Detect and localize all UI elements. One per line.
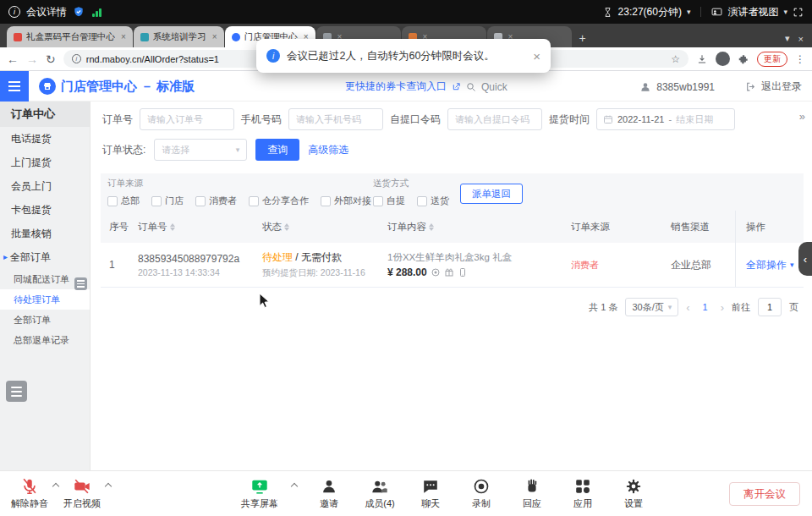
col-status[interactable]: 状态 xyxy=(262,221,387,233)
download-icon[interactable] xyxy=(696,53,708,65)
sidebar-item-all-orders[interactable]: 全部订单 xyxy=(0,310,90,330)
sidebar-item-hq-return-records[interactable]: 总部退单记录 xyxy=(0,330,90,350)
sidebar-item-phone-pickup[interactable]: 电话提货 xyxy=(0,127,90,151)
forward-icon[interactable]: → xyxy=(26,53,38,65)
sidebar-item-pending-orders[interactable]: 待处理订单 xyxy=(0,289,90,310)
order-no-input[interactable] xyxy=(140,108,234,130)
phone-input[interactable] xyxy=(288,108,383,130)
checkbox-box xyxy=(195,196,206,206)
share-screen-button[interactable]: 共享屏幕 xyxy=(239,477,281,510)
gear-icon xyxy=(624,477,643,496)
mouse-cursor xyxy=(259,293,270,309)
advanced-filter-link[interactable]: 高级筛选 xyxy=(308,143,348,157)
share-options-caret-icon[interactable] xyxy=(289,477,299,489)
tab-close-icon[interactable]: × xyxy=(121,32,126,41)
members-button[interactable]: 成员(4) xyxy=(359,477,401,510)
sidebar-item-batch-verify[interactable]: 批量核销 xyxy=(0,222,90,245)
chevron-down-icon: ▾ xyxy=(790,261,794,269)
checkbox-external[interactable]: 外部对接 xyxy=(321,195,371,207)
checkbox-delivery[interactable]: 送货 xyxy=(417,195,449,207)
view-caret-icon[interactable]: ▾ xyxy=(783,8,787,16)
fullscreen-icon[interactable] xyxy=(793,7,804,18)
table-row[interactable]: 1 83859345088979792a 2023-11-13 14:33:34… xyxy=(101,243,804,288)
dispatch-return-button[interactable]: 派单退回 xyxy=(460,184,523,204)
col-order-no[interactable]: 订单号 xyxy=(138,221,262,233)
side-panel-handle[interactable]: ‹ xyxy=(798,242,812,276)
annotation-toolbar-icon[interactable] xyxy=(6,381,27,402)
goto-page-input[interactable] xyxy=(758,298,782,316)
invite-button[interactable]: 邀请 xyxy=(308,477,350,510)
collapse-filters-icon[interactable]: » xyxy=(799,110,805,123)
expand-triangle-icon: ▸ xyxy=(3,245,8,269)
site-info-icon[interactable]: i xyxy=(72,54,81,63)
reactions-button[interactable]: 回应 xyxy=(511,477,553,510)
window-close-icon[interactable]: × xyxy=(798,34,804,44)
sort-icon[interactable] xyxy=(170,223,175,231)
coupon-query-link[interactable]: 更快捷的券卡查询入口 xyxy=(345,80,447,94)
video-options-caret-icon[interactable] xyxy=(103,477,113,489)
browser-tab-2[interactable]: 系统培训学习 × xyxy=(134,26,224,47)
page-size-value: 30条/页 xyxy=(632,301,663,314)
sidebar-item-door-pickup[interactable]: 上门提货 xyxy=(0,151,90,174)
view-mode-label[interactable]: 演讲者视图 xyxy=(727,5,778,19)
screen-share-icon xyxy=(250,477,269,496)
sidebar-group-all-orders[interactable]: ▸ 全部订单 xyxy=(0,245,90,269)
leave-meeting-button[interactable]: 离开会议 xyxy=(729,482,800,506)
chat-button[interactable]: 聊天 xyxy=(409,477,452,510)
start-video-button[interactable]: 开启视频 xyxy=(61,477,103,510)
sort-icon[interactable] xyxy=(429,223,434,231)
checkbox-store[interactable]: 门店 xyxy=(151,195,184,207)
meeting-info-icon[interactable]: i xyxy=(8,6,20,18)
record-button[interactable]: 录制 xyxy=(460,477,502,510)
toast-close-icon[interactable]: × xyxy=(533,49,540,63)
timer-caret-icon[interactable]: ▾ xyxy=(687,8,691,16)
meeting-details-label[interactable]: 会议详情 xyxy=(26,5,67,19)
col-content[interactable]: 订单内容 xyxy=(387,221,571,233)
browser-tab-1[interactable]: 礼盒票码平台管理中心 × xyxy=(7,26,133,47)
tab-search-caret-icon[interactable]: ▾ xyxy=(785,33,790,44)
sidebar-item-member-visit[interactable]: 会员上门 xyxy=(0,174,90,198)
extensions-puzzle-icon[interactable] xyxy=(738,53,749,65)
logout-button[interactable]: 退出登录 xyxy=(761,80,802,94)
pickup-date-range[interactable]: 2022-11-21 - 结束日期 xyxy=(596,108,735,130)
sort-icon[interactable] xyxy=(284,223,289,231)
col-label: 状态 xyxy=(262,221,282,233)
quick-search-label[interactable]: Quick xyxy=(481,81,508,93)
bookmark-star-icon[interactable]: ☆ xyxy=(671,53,680,65)
favicon xyxy=(232,33,240,41)
select-placeholder: 请选择 xyxy=(162,144,189,156)
checkbox-hq[interactable]: 总部 xyxy=(107,195,140,207)
back-icon[interactable]: ← xyxy=(7,53,19,65)
checkbox-self-pickup[interactable]: 自提 xyxy=(373,195,405,207)
all-actions-dropdown[interactable]: 全部操作 xyxy=(746,258,787,272)
col-label: 订单内容 xyxy=(387,221,426,233)
sidebar-drag-handle-icon[interactable] xyxy=(74,277,87,290)
apps-button[interactable]: 应用 xyxy=(562,477,604,510)
new-tab-button[interactable]: + xyxy=(573,31,593,47)
checkbox-consumer[interactable]: 消费者 xyxy=(195,195,237,207)
browser-menu-dots-icon[interactable]: ⋮ xyxy=(795,53,805,65)
checkbox-box xyxy=(373,196,383,206)
mic-options-caret-icon[interactable] xyxy=(51,477,61,489)
username[interactable]: 8385wb1991 xyxy=(656,81,715,93)
sidebar: 订单中心 电话提货 上门提货 会员上门 卡包提货 批量核销 ▸ 全部订单 同城配… xyxy=(0,102,91,470)
apps-grid-icon xyxy=(573,477,592,496)
pickup-code-input[interactable] xyxy=(447,108,542,130)
browser-profile-avatar[interactable] xyxy=(716,52,730,66)
browser-update-chip[interactable]: 更新 xyxy=(757,52,787,67)
settings-button[interactable]: 设置 xyxy=(612,477,655,510)
next-page-button[interactable]: › xyxy=(721,301,724,314)
unmute-button[interactable]: 解除静音 xyxy=(8,477,51,510)
checkbox-warehouse-share[interactable]: 仓分享合作 xyxy=(249,195,309,207)
current-page[interactable]: 1 xyxy=(698,302,713,312)
refresh-icon[interactable]: ↻ xyxy=(46,53,56,65)
page-size-select[interactable]: 30条/页 ▾ xyxy=(625,298,678,316)
search-button[interactable]: 查询 xyxy=(255,139,299,161)
tab-close-icon[interactable]: × xyxy=(212,32,217,41)
meeting-timer[interactable]: 23:27(60分钟) xyxy=(618,5,682,19)
prev-page-button[interactable]: ‹ xyxy=(686,301,689,314)
user-icon xyxy=(639,81,651,93)
sidebar-item-cardpack-pickup[interactable]: 卡包提货 xyxy=(0,198,90,222)
order-status-select[interactable]: 请选择 ▾ xyxy=(154,139,247,161)
menu-toggle-button[interactable] xyxy=(0,71,29,102)
